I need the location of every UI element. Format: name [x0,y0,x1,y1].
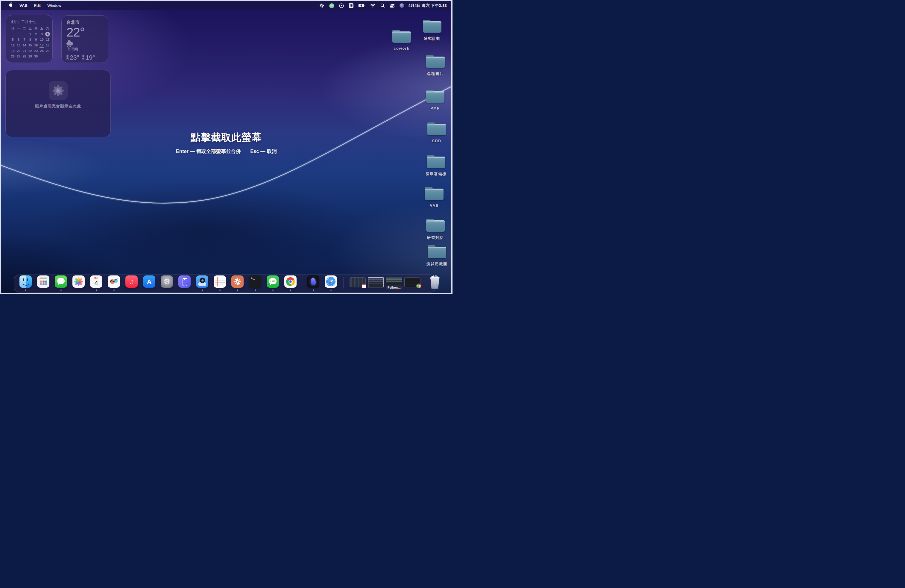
capture-esc-hint: Esc — 取消 [250,148,276,155]
minimized-calendar-window[interactable] [349,277,366,288]
dock-cleanshot[interactable] [196,275,208,288]
apple-menu[interactable] [5,1,16,10]
capture-title: 點擊截取此螢幕 [0,131,452,144]
dock-apps-launchpad[interactable] [37,275,49,288]
dock-claude[interactable] [231,275,244,288]
menu-bar: VAS Edit Window LINE 注 [1,1,451,10]
dock-calendar[interactable]: 週六 4 [90,275,102,288]
dock-music[interactable]: ♫ [125,275,138,288]
dock-finder[interactable] [19,275,32,288]
capture-enter-hint: Enter — 截取全部螢幕並合併 [176,148,241,155]
claude-starburst-icon [231,275,244,288]
chrome-badge-icon [416,283,421,288]
dock-trash[interactable] [429,276,440,289]
freeform-icon [108,275,120,288]
chrome-icon [284,275,297,288]
dock-app-store[interactable]: A [143,275,155,288]
siri-icon[interactable] [397,1,406,10]
dock-divider [344,277,344,289]
app-store-icon: A [143,275,155,288]
terminal-icon: >_ [249,275,261,288]
trash-bin-icon [430,278,440,289]
dock-line[interactable]: LINE [267,275,279,288]
minimized-window-label: Python… [386,285,403,289]
dock-iphone-mirroring[interactable] [178,275,191,288]
dock-flame-app[interactable] [307,275,319,288]
calendar-badge-icon [362,284,366,288]
apple-icon [9,2,13,7]
menu-window[interactable]: Window [44,1,64,10]
dock-chrome[interactable] [284,275,297,288]
screen-capture-overlay[interactable]: 點擊截取此螢幕 Enter — 截取全部螢幕並合併 Esc — 取消 [0,0,452,294]
dock-textedit[interactable] [214,275,226,288]
textedit-icon [214,275,226,288]
input-source-icon[interactable]: 注 [346,1,356,10]
dock-messages[interactable] [55,275,67,288]
dock-photos[interactable] [72,275,85,288]
dock-freeform[interactable] [108,275,120,288]
music-icon: ♫ [125,275,138,288]
messages-icon [55,275,67,288]
dock: 週六 4 ♫ A ⚙ [14,275,436,292]
menu-app-name[interactable]: VAS [16,1,31,10]
capture-hints: Enter — 截取全部螢幕並合併 Esc — 取消 [0,148,452,155]
flame-app-icon [307,275,319,288]
minimized-python-window[interactable]: Python… [386,277,402,288]
battery-charging-icon[interactable] [356,1,368,10]
line-status-icon[interactable]: LINE [327,1,337,10]
wifi-icon[interactable] [368,1,378,10]
settings-gear-icon: ⚙ [161,275,173,288]
spotlight-search-icon[interactable] [378,1,387,10]
finder-icon [19,275,32,288]
dock-system-settings[interactable]: ⚙ [161,275,173,288]
starburst-status-icon[interactable] [317,1,327,10]
play-circle-status-icon[interactable] [337,1,346,10]
photos-icon [72,275,85,288]
iphone-mirroring-icon [178,275,191,288]
dock-terminal[interactable]: >_ [249,275,261,288]
safari-compass-icon [325,275,337,288]
line-app-icon: LINE [267,275,279,288]
menu-edit[interactable]: Edit [31,1,44,10]
calendar-icon: 週六 4 [90,275,102,288]
launchpad-icon [37,275,49,288]
minimized-browser-window[interactable] [404,277,421,288]
dock-safari[interactable] [325,275,337,288]
menu-bar-clock[interactable]: 4月4日 週六 下午2:33 [406,1,449,10]
control-center-icon[interactable] [387,1,397,10]
minimized-code-window[interactable] [368,277,384,288]
cleanshot-camera-icon [196,275,208,288]
